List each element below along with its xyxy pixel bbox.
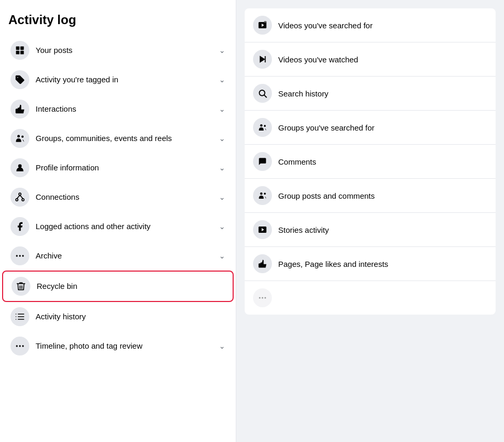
chevron-down-icon: ⌄ (219, 105, 225, 113)
svg-point-8 (16, 199, 18, 201)
svg-point-34 (264, 192, 266, 195)
posts-icon (10, 41, 29, 60)
chevron-down-icon: ⌄ (219, 222, 225, 231)
dots-icon (10, 246, 29, 265)
sidebar-item-recycle-bin[interactable]: Recycle bin (2, 271, 234, 302)
sidebar-item-label: Activity history (36, 311, 225, 322)
svg-point-39 (265, 297, 266, 299)
svg-line-11 (20, 195, 23, 199)
svg-point-21 (16, 345, 18, 347)
svg-point-7 (19, 193, 21, 195)
right-item-group-posts[interactable]: Group posts and comments (245, 179, 496, 213)
right-panel: Videos you've searched for Videos you've… (236, 0, 504, 442)
sidebar-item-activity-tagged[interactable]: Activity you're tagged in ⌄ (2, 65, 234, 94)
svg-point-32 (264, 125, 266, 127)
video-search-icon (253, 16, 272, 35)
svg-point-5 (21, 136, 24, 138)
right-item-videos-searched[interactable]: Videos you've searched for (245, 8, 496, 42)
right-item-label: Stories activity (278, 225, 329, 234)
sidebar-item-label: Activity you're tagged in (36, 74, 215, 85)
svg-line-30 (264, 95, 266, 97)
right-item-videos-watched[interactable]: Videos you've watched (245, 42, 496, 77)
right-item-stories[interactable]: Stories activity (245, 213, 496, 247)
svg-point-6 (18, 164, 22, 168)
right-item-label: Videos you've watched (278, 55, 358, 64)
sidebar-item-timeline-review[interactable]: Timeline, photo and tag review ⌄ (2, 331, 234, 361)
svg-rect-2 (16, 51, 20, 55)
right-item-label: Search history (278, 89, 328, 98)
svg-point-4 (17, 135, 20, 137)
right-item-pages-likes[interactable]: Pages, Page likes and interests (245, 247, 496, 281)
video-play-icon (253, 50, 272, 69)
right-item-label: Groups you've searched for (278, 123, 375, 132)
sidebar-item-connections[interactable]: Connections ⌄ (2, 182, 234, 212)
chevron-down-icon: ⌄ (219, 76, 225, 84)
group-posts-icon (253, 186, 272, 205)
svg-rect-3 (20, 51, 24, 55)
sidebar-item-label: Profile information (36, 163, 215, 173)
svg-marker-27 (260, 56, 266, 63)
svg-line-10 (17, 195, 20, 199)
profile-icon (10, 158, 29, 177)
svg-point-31 (260, 124, 263, 127)
left-panel: Activity log Your posts ⌄ Activity you'r… (0, 0, 236, 442)
svg-point-14 (22, 255, 24, 256)
page-title: Activity log (0, 8, 236, 36)
trash-icon (12, 277, 30, 296)
right-items-card: Videos you've searched for Videos you've… (245, 8, 496, 315)
sidebar-item-archive[interactable]: Archive ⌄ (2, 241, 234, 271)
sidebar-item-profile[interactable]: Profile information ⌄ (2, 153, 234, 182)
svg-point-9 (22, 199, 24, 201)
svg-rect-1 (20, 47, 24, 50)
more-icon (253, 288, 272, 307)
svg-point-12 (16, 255, 18, 256)
sidebar-item-your-posts[interactable]: Your posts ⌄ (2, 36, 234, 65)
list-icon (10, 307, 29, 326)
right-item-label: Pages, Page likes and interests (278, 260, 388, 268)
svg-point-23 (22, 345, 24, 347)
right-item-label: Group posts and comments (278, 191, 375, 200)
search-icon (253, 84, 272, 103)
sidebar-item-label: Recycle bin (37, 281, 224, 292)
svg-rect-0 (16, 47, 20, 50)
comment-icon (253, 152, 272, 171)
svg-point-33 (260, 192, 263, 195)
right-item-groups-searched[interactable]: Groups you've searched for (245, 111, 496, 145)
dots-menu-icon (10, 337, 29, 355)
stories-icon (253, 220, 272, 239)
right-item-label: Comments (278, 157, 316, 166)
facebook-icon (10, 217, 29, 236)
sidebar-item-logged-actions[interactable]: Logged actions and other activity ⌄ (2, 212, 234, 241)
right-item-more[interactable] (245, 281, 496, 315)
sidebar-item-label: Timeline, photo and tag review (36, 341, 215, 351)
sidebar-item-label: Archive (36, 251, 215, 261)
chevron-down-icon: ⌄ (219, 134, 225, 143)
sidebar-item-label: Logged actions and other activity (36, 221, 215, 232)
sidebar-item-label: Interactions (36, 104, 215, 114)
chevron-down-icon: ⌄ (219, 252, 225, 260)
thumbs-up-icon (253, 254, 272, 273)
sidebar-item-activity-history[interactable]: Activity history (2, 302, 234, 331)
svg-point-38 (262, 297, 264, 299)
chevron-down-icon: ⌄ (219, 193, 225, 201)
sidebar-item-label: Your posts (36, 45, 215, 56)
chevron-down-icon: ⌄ (219, 164, 225, 172)
like-icon (10, 100, 29, 118)
tag-icon (10, 70, 29, 89)
svg-point-37 (259, 297, 260, 299)
sidebar-item-label: Groups, communities, events and reels (36, 133, 215, 144)
right-item-search-history[interactable]: Search history (245, 77, 496, 111)
groups-icon (10, 129, 29, 148)
chevron-down-icon: ⌄ (219, 46, 225, 55)
right-item-label: Videos you've searched for (278, 21, 372, 30)
svg-point-13 (19, 255, 20, 256)
sidebar-item-groups[interactable]: Groups, communities, events and reels ⌄ (2, 124, 234, 153)
groups-search-icon (253, 118, 272, 137)
svg-point-22 (19, 345, 20, 347)
right-item-comments[interactable]: Comments (245, 145, 496, 179)
sidebar-item-interactions[interactable]: Interactions ⌄ (2, 94, 234, 124)
connections-icon (10, 188, 29, 207)
sidebar-item-label: Connections (36, 192, 215, 202)
chevron-down-icon: ⌄ (219, 342, 225, 350)
